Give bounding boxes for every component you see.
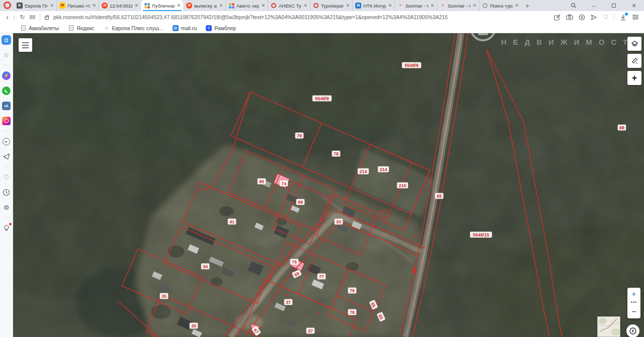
window-close-button[interactable]: ✕ <box>624 0 644 11</box>
tab-close-icon[interactable]: ✕ <box>472 3 476 8</box>
snapshot-camera-icon[interactable] <box>566 14 573 20</box>
reload-button[interactable]: ↻ <box>20 14 25 20</box>
parcel-label[interactable]: 214 <box>378 166 389 173</box>
zoom-in-button[interactable]: + <box>631 289 636 299</box>
tab[interactable]: ✉Письмо «Ольга✕ <box>56 0 99 11</box>
tab-close-icon[interactable]: ✕ <box>50 3 54 8</box>
parcel-label[interactable]: 41 <box>228 219 236 225</box>
edit-page-icon[interactable] <box>554 14 560 21</box>
tab-close-icon[interactable]: ✕ <box>134 3 138 8</box>
block-ads-icon[interactable] <box>579 14 585 21</box>
parcel-label[interactable]: 79 <box>295 133 304 139</box>
sidebar-item-workspace-home[interactable] <box>2 35 12 45</box>
parcel-label[interactable]: 74 <box>280 181 288 187</box>
browser-tweaks-icon[interactable] <box>632 14 639 20</box>
parcel-label[interactable]: 76 <box>348 309 357 315</box>
sidebar-item-add-to-sidebar[interactable]: ☆ <box>2 50 12 60</box>
parcel-label[interactable]: 35 <box>190 323 198 329</box>
parcel-label[interactable]: 215 <box>397 183 408 189</box>
tab-close-icon[interactable]: ✕ <box>346 3 350 8</box>
parcel-label[interactable]: 77 <box>317 274 326 280</box>
window-minimize-button[interactable]: – <box>584 0 604 11</box>
parcel-label[interactable]: 214 <box>358 168 369 175</box>
parcel-label[interactable]: 35 <box>160 293 169 299</box>
whatsapp-icon <box>2 87 11 95</box>
parcel-label[interactable]: 88 <box>618 125 626 131</box>
sidebar-item-settings[interactable]: ⚙ <box>2 202 12 212</box>
parcel-label[interactable]: 5548/15 <box>470 232 492 238</box>
sidebar-item-player[interactable]: ▸ <box>2 136 12 146</box>
parcel-label[interactable]: 37 <box>306 328 315 334</box>
tab[interactable]: ИНТК Интурист -✕ <box>352 0 394 11</box>
url-field[interactable]: pkk.rosreestr.ru/#/identify/56.627102145… <box>53 14 549 20</box>
tab[interactable]: Явыписку заказ✕ <box>183 0 225 11</box>
tab[interactable]: ЕЕвропа Плюс с✕ <box>14 0 56 11</box>
overview-map[interactable] <box>597 316 620 337</box>
new-tab-button[interactable]: + <box>521 0 533 11</box>
sidebar-item-vk[interactable]: vk <box>2 101 12 111</box>
tab-close-icon[interactable]: ✕ <box>430 3 434 8</box>
opera-logo-icon[interactable] <box>4 2 11 9</box>
parcel-label[interactable]: 95 <box>258 179 266 185</box>
tab-close-icon[interactable]: ✕ <box>303 3 307 8</box>
parcel-label[interactable]: 65 <box>435 193 444 199</box>
parcel-label[interactable]: 99 <box>296 199 305 205</box>
parcel-label[interactable]: 5548/9 <box>312 96 332 102</box>
sidebar-item-telegram[interactable] <box>2 151 12 161</box>
rambler-icon: / <box>206 25 212 31</box>
sidebar-item-messenger[interactable]: ⚡ <box>2 70 12 80</box>
tab[interactable]: ≈Sunmar - туроп✕ <box>394 0 437 11</box>
parcel-label[interactable]: 76 <box>348 288 357 294</box>
favorites-star-button[interactable] <box>627 71 641 85</box>
window-maximize-button[interactable] <box>604 0 624 11</box>
sidebar-item-history[interactable] <box>2 187 12 197</box>
send-to-device-icon[interactable] <box>591 14 597 21</box>
parcel-label[interactable]: 34 <box>201 264 210 270</box>
bookmark-heart-icon[interactable]: ♡ <box>603 14 608 20</box>
forward-button[interactable]: › <box>13 14 16 21</box>
lock-icon[interactable] <box>45 17 49 20</box>
bookmark-item[interactable]: ♫Европа Плюс слуш... <box>103 25 163 31</box>
map-menu-button[interactable] <box>19 38 32 52</box>
sidebar-item-favorites[interactable]: ♡ <box>2 172 12 182</box>
parcel-label[interactable]: 37 <box>284 299 293 305</box>
tab-close-icon[interactable]: ✕ <box>219 3 223 8</box>
tab-title: Поиск тура - Т <box>490 3 513 9</box>
tab[interactable]: Туроператор А✕ <box>310 0 352 11</box>
downloads-button[interactable] <box>620 14 626 21</box>
tab[interactable]: Я12:04:0011605✕ <box>99 0 141 11</box>
four-point-star-icon <box>631 74 638 81</box>
speed-dial-badge[interactable]: 88 <box>29 14 35 20</box>
parcel-label[interactable]: 33 <box>335 219 343 225</box>
parcel-label[interactable]: 78 <box>332 151 341 157</box>
tab-close-icon[interactable]: ✕ <box>388 3 392 8</box>
sidebar-divider <box>4 65 10 65</box>
tab-close-icon[interactable]: ✕ <box>177 3 181 8</box>
tab[interactable]: АНЕКС Тур - пс✕ <box>268 0 310 11</box>
layers-button[interactable] <box>627 37 641 51</box>
tab[interactable]: Поиск тура - Т✕ <box>479 0 521 11</box>
measure-button[interactable] <box>627 54 641 68</box>
tab-close-icon[interactable]: ✕ <box>515 3 519 8</box>
sidebar-item-pinboards[interactable] <box>2 223 12 233</box>
tab[interactable]: Публичная кад✕ <box>141 0 183 11</box>
bookmark-item[interactable]: @mail.ru <box>173 25 197 31</box>
tab-close-icon[interactable]: ✕ <box>92 3 96 8</box>
tab-close-icon[interactable]: ✕ <box>261 3 265 8</box>
bookmark-item[interactable]: Яндекс <box>68 25 94 31</box>
satellite-map-canvas[interactable]: 5548/95548/97978214214215957499413365554… <box>13 33 644 337</box>
bookmark-item[interactable]: Авиабилеты <box>20 25 59 31</box>
back-button[interactable]: ‹ <box>6 14 9 21</box>
tab[interactable]: ≈Sunmar - туроп✕ <box>437 0 479 11</box>
sidebar-item-whatsapp[interactable] <box>2 86 12 96</box>
bookmark-item[interactable]: /Рамблер <box>206 25 236 31</box>
map-viewport[interactable]: 5548/95548/97978214214215957499413365554… <box>13 33 644 337</box>
tab[interactable]: Авито: недвиж✕ <box>225 0 268 11</box>
zoom-more-button[interactable]: ••• <box>631 299 637 307</box>
parcel-label[interactable]: 75 <box>290 259 299 265</box>
parcel-label[interactable]: 5548/9 <box>402 62 421 68</box>
sidebar-item-instagram[interactable] <box>2 116 12 126</box>
my-location-button[interactable] <box>626 324 639 337</box>
zoom-out-button[interactable]: − <box>631 307 636 317</box>
tab-search-icon[interactable] <box>564 0 584 11</box>
